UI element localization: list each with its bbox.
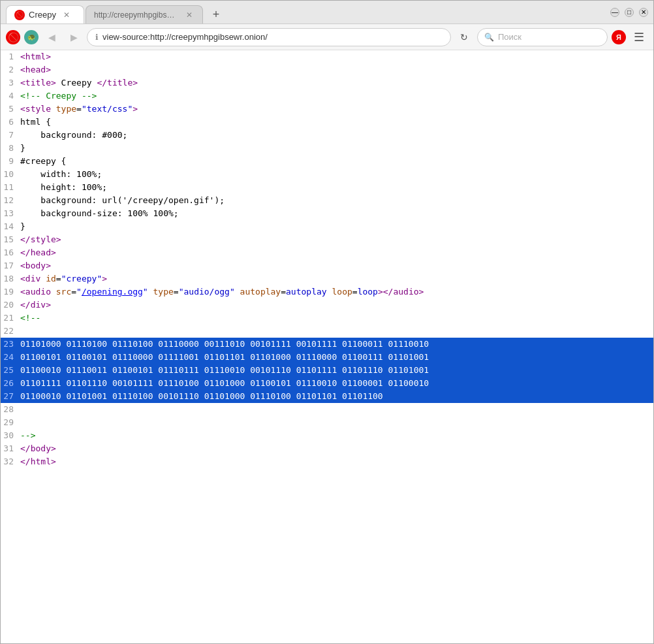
line-number: 32 <box>1 455 20 468</box>
code-line: 13 background-size: 100% 100%; <box>1 207 653 220</box>
line-code: background: #000; <box>20 129 127 142</box>
line-code: </body> <box>20 442 56 455</box>
close-button[interactable]: ✕ <box>639 8 648 17</box>
code-line: 19<audio src="/opening.ogg" type="audio/… <box>1 285 653 298</box>
tab-label: Creepy <box>29 10 56 20</box>
code-line: 9#creepy { <box>1 155 653 168</box>
line-code: <!-- <box>20 312 40 325</box>
code-line: 28 <box>1 403 653 416</box>
code-line: 22 <box>1 325 653 338</box>
code-line: 12 background: url('/creepy/open.gif'); <box>1 194 653 207</box>
line-number: 6 <box>1 116 20 129</box>
line-code: } <box>20 142 25 155</box>
info-icon: ℹ <box>95 33 99 42</box>
line-number: 4 <box>1 89 20 103</box>
tab-url[interactable]: http://creepymhpgibsewr.oni... ✕ <box>86 5 203 24</box>
line-number: 26 <box>1 377 20 390</box>
code-line: 2301101000 01110100 01110100 01110000 00… <box>1 338 653 351</box>
code-line: 2401100101 01100101 01110000 01111001 01… <box>1 351 653 364</box>
line-code: <div id="creepy"> <box>20 272 107 285</box>
line-code: </style> <box>20 233 61 246</box>
source-view: 1<html>2<head>3<title> Creepy </title>4<… <box>1 50 653 643</box>
browser-icon: 🐢 <box>24 30 39 44</box>
code-line: 16</head> <box>1 246 653 259</box>
line-code: <head> <box>20 63 51 76</box>
code-line: 2701100010 01101001 01110100 00101110 01… <box>1 390 653 403</box>
back-button[interactable]: ◀ <box>42 28 61 46</box>
menu-button[interactable]: ☰ <box>630 28 648 46</box>
code-line: 21<!-- <box>1 312 653 325</box>
code-line: 2501100010 01110011 01100101 01110111 01… <box>1 364 653 377</box>
line-code: <!-- Creepy --> <box>20 89 97 103</box>
search-icon: 🔍 <box>484 33 494 42</box>
maximize-button[interactable]: □ <box>625 8 634 17</box>
line-code: <title> Creepy </title> <box>20 76 138 89</box>
search-placeholder: Поиск <box>498 32 522 42</box>
line-number: 8 <box>1 142 20 155</box>
line-number: 19 <box>1 285 20 298</box>
line-number: 28 <box>1 403 20 416</box>
line-number: 10 <box>1 168 20 181</box>
code-line: 6html { <box>1 116 653 129</box>
line-number: 1 <box>1 50 20 63</box>
line-code: 01101000 01110100 01110100 01110000 0011… <box>20 338 429 351</box>
refresh-button[interactable]: ↻ <box>455 28 473 46</box>
tab-creepy[interactable]: 🚫 Creepy ✕ <box>6 5 84 24</box>
address-text: view-source:http://creepymhpgibsewr.onio… <box>102 32 443 42</box>
stop-icon: 🚫 <box>6 30 20 44</box>
line-number: 23 <box>1 338 20 351</box>
code-line: 5<style type="text/css"> <box>1 103 653 116</box>
line-code: --> <box>20 429 35 442</box>
tab-url-close-button[interactable]: ✕ <box>184 10 195 20</box>
line-code: width: 100%; <box>20 168 102 181</box>
code-line: 3<title> Creepy </title> <box>1 76 653 89</box>
code-line: 14} <box>1 220 653 233</box>
code-line: 7 background: #000; <box>1 129 653 142</box>
code-area: 1<html>2<head>3<title> Creepy </title>4<… <box>1 50 653 468</box>
line-number: 12 <box>1 194 20 207</box>
line-number: 18 <box>1 272 20 285</box>
line-code: } <box>20 220 25 233</box>
line-number: 3 <box>1 76 20 89</box>
minimize-button[interactable]: — <box>610 8 619 17</box>
line-code: 01100010 01101001 01110100 00101110 0110… <box>20 390 383 403</box>
line-code: <audio src="/opening.ogg" type="audio/og… <box>20 285 424 298</box>
code-line: 8} <box>1 142 653 155</box>
line-number: 9 <box>1 155 20 168</box>
line-code: background-size: 100% 100%; <box>20 207 179 220</box>
nav-bar: 🚫 🐢 ◀ ▶ ℹ view-source:http://creepymhpgi… <box>1 24 653 50</box>
forward-button[interactable]: ▶ <box>65 28 83 46</box>
browser-window: 🚫 Creepy ✕ http://creepymhpgibsewr.oni..… <box>0 0 654 644</box>
code-line: 31</body> <box>1 442 653 455</box>
line-code: <body> <box>20 259 51 272</box>
code-line: 2<head> <box>1 63 653 76</box>
code-line: 20</div> <box>1 298 653 312</box>
code-line: 29 <box>1 416 653 429</box>
line-number: 15 <box>1 233 20 246</box>
line-code: background: url('/creepy/open.gif'); <box>20 194 225 207</box>
line-code: 01100101 01100101 01110000 01111001 0110… <box>20 351 429 364</box>
yandex-icon: Я <box>612 30 626 44</box>
line-number: 17 <box>1 259 20 272</box>
code-line: 11 height: 100%; <box>1 181 653 194</box>
line-number: 16 <box>1 246 20 259</box>
title-bar: 🚫 Creepy ✕ http://creepymhpgibsewr.oni..… <box>1 1 653 24</box>
line-number: 22 <box>1 325 20 338</box>
line-number: 29 <box>1 416 20 429</box>
tab-close-button[interactable]: ✕ <box>61 10 72 20</box>
line-number: 21 <box>1 312 20 325</box>
window-controls: — □ ✕ <box>610 8 648 17</box>
address-bar[interactable]: ℹ view-source:http://creepymhpgibsewr.on… <box>87 28 451 46</box>
line-code: height: 100%; <box>20 181 107 194</box>
new-tab-button[interactable]: + <box>207 5 225 24</box>
search-bar[interactable]: 🔍 Поиск <box>477 28 608 46</box>
line-code: 01100010 01110011 01100101 01110111 0111… <box>20 364 429 377</box>
line-number: 5 <box>1 103 20 116</box>
line-number: 11 <box>1 181 20 194</box>
code-line: 10 width: 100%; <box>1 168 653 181</box>
code-line: 2601101111 01101110 00101111 01110100 01… <box>1 377 653 390</box>
line-number: 20 <box>1 298 20 312</box>
code-line: 30--> <box>1 429 653 442</box>
line-code: </div> <box>20 298 51 312</box>
tab-url-label: http://creepymhpgibsewr.oni... <box>94 10 179 20</box>
